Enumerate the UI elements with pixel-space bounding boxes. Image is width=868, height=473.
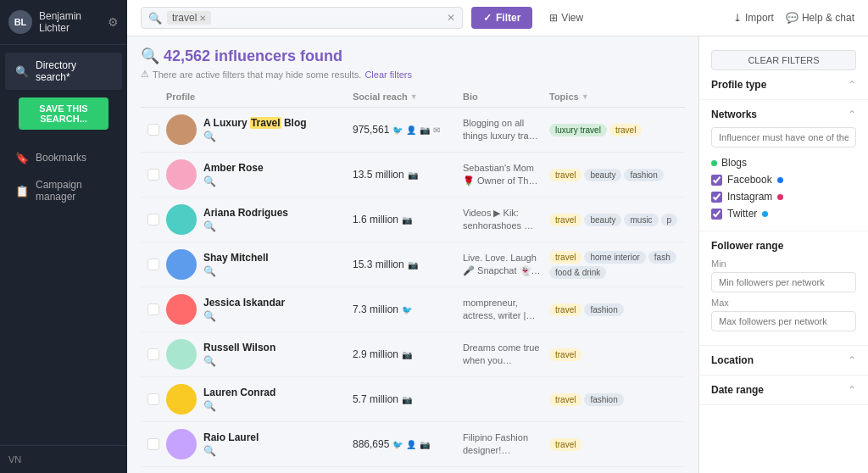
topic-tag: music [624, 214, 658, 226]
clear-filters-button[interactable]: CLEAR FILTERS [711, 50, 856, 70]
instagram-checkbox[interactable] [711, 192, 722, 203]
sidebar-item-directory[interactable]: 🔍 Directory search* [5, 53, 122, 90]
profile-search-icon[interactable]: 🔍 [203, 355, 216, 367]
date-range-header[interactable]: Date range ⌃ [711, 384, 856, 396]
topic-tag: travel [549, 251, 581, 264]
profile-search-icon[interactable]: 🔍 [203, 220, 216, 232]
profile-cell: Amber Rose 🔍 [166, 159, 353, 190]
bio-cell: Dreams come true when you capitalize on … [463, 342, 549, 368]
view-button[interactable]: ⊞ View [541, 7, 592, 29]
row-checkbox[interactable] [147, 438, 159, 450]
follower-range-header[interactable]: Follower range [711, 240, 856, 252]
filter-button[interactable]: ✓ Filter [471, 7, 532, 29]
profile-name: Shay Mitchell [203, 252, 269, 264]
row-checkbox-cell [141, 124, 166, 136]
results-number: 42,562 [164, 47, 210, 64]
instagram-icon: 📷 [402, 350, 412, 359]
profile-cell: Lauren Conrad 🔍 [166, 384, 353, 415]
facebook-icon: 👤 [406, 440, 416, 449]
twitter-icon: 🐦 [402, 305, 412, 314]
twitter-dot [762, 211, 768, 217]
topic-tag: travel [549, 438, 581, 451]
profile-search-icon[interactable]: 🔍 [203, 265, 216, 277]
topic-tag: fashion [584, 393, 623, 406]
instagram-icon: 📷 [402, 395, 412, 404]
sidebar-header: BL Benjamin Lichter ⚙ [0, 0, 127, 45]
row-checkbox[interactable] [147, 348, 159, 360]
instagram-label: Instagram [727, 191, 772, 203]
bio-cell: Blogging on all things luxury travel at … [463, 117, 549, 143]
profile-action-icons: 🔍 [203, 265, 269, 277]
table-row: Jessica Iskandar 🔍 7.3 million 🐦 mompren… [141, 287, 685, 332]
import-icon: ⤓ [733, 12, 742, 24]
reach-cell: 13.5 million 📷 [353, 169, 463, 181]
facebook-network-item: Facebook [711, 171, 856, 188]
sidebar-item-campaign[interactable]: 📋 Campaign manager [5, 172, 122, 209]
network-search-input[interactable] [711, 127, 856, 147]
reach-value: 1.6 million [353, 214, 398, 225]
facebook-checkbox[interactable] [711, 175, 722, 186]
row-checkbox[interactable] [147, 259, 159, 270]
topics-cell: travel [549, 438, 685, 451]
help-icon: 💬 [786, 12, 798, 24]
reach-cell: 2.9 million 📷 [353, 348, 463, 360]
profile-search-icon[interactable]: 🔍 [203, 310, 216, 322]
profile-avatar [166, 114, 197, 145]
table-row: Ariana Rodrigues 🔍 1.6 million 📷 Videos … [141, 198, 685, 242]
follower-range-title: Follower range [711, 240, 783, 252]
col-reach: Social reach ▼ [353, 92, 463, 102]
row-checkbox[interactable] [147, 303, 159, 315]
facebook-label: Facebook [727, 174, 772, 186]
search-input[interactable] [216, 12, 442, 24]
import-link[interactable]: ⤓ Import [733, 12, 774, 24]
help-link[interactable]: 💬 Help & chat [786, 12, 854, 24]
table-row: Lauren Conrad 🔍 5.7 million 📷 travelfash… [141, 377, 685, 422]
profile-cell: Shay Mitchell 🔍 [166, 249, 353, 280]
results-warning: ⚠ There are active filters that may hide… [141, 69, 685, 80]
search-bar[interactable]: 🔍 travel ✕ ✕ [141, 7, 463, 29]
max-followers-input[interactable] [711, 311, 856, 331]
profile-search-icon[interactable]: 🔍 [203, 400, 216, 412]
save-search-button[interactable]: SAVE THIS SEARCH... [19, 97, 108, 130]
location-header[interactable]: Location ⌃ [711, 354, 856, 366]
search-icon: 🔍 [148, 12, 162, 25]
reach-value: 2.9 million [353, 348, 398, 360]
networks-header[interactable]: Networks ⌃ [711, 109, 856, 120]
results-count: 🔍 42,562 influencers found [141, 47, 685, 65]
reach-value: 5.7 million [353, 393, 398, 405]
gear-icon[interactable]: ⚙ [108, 15, 119, 29]
min-followers-input[interactable] [711, 272, 856, 292]
topics-cell: travelbeautyfashion [549, 169, 685, 181]
profile-search-icon[interactable]: 🔍 [203, 131, 216, 142]
instagram-dot [777, 194, 783, 200]
profile-search-icon[interactable]: 🔍 [203, 445, 216, 457]
follower-max-row: Max [711, 298, 856, 331]
row-checkbox[interactable] [147, 214, 159, 225]
topic-tag: travel [549, 393, 581, 406]
search-icon: 🔍 [15, 64, 29, 78]
instagram-icon: 📷 [402, 215, 412, 225]
instagram-icon: 📷 [408, 170, 418, 180]
search-tag-close[interactable]: ✕ [199, 14, 206, 23]
twitter-checkbox[interactable] [711, 209, 722, 220]
bio-cell: Live. Love. Laugh🎤 Snapchat 👻 officialsh… [463, 252, 549, 278]
row-checkbox-cell [141, 214, 166, 225]
search-clear-icon[interactable]: ✕ [447, 12, 455, 24]
view-icon: ⊞ [549, 12, 558, 24]
profile-search-icon[interactable]: 🔍 [203, 175, 216, 187]
row-checkbox[interactable] [147, 393, 159, 405]
row-checkbox-cell [141, 438, 166, 450]
network-list: Blogs Facebook Instagram Twitter [711, 154, 856, 222]
table-row: Amber Rose 🔍 13.5 million 📷 Sebastian's … [141, 153, 685, 198]
row-checkbox[interactable] [147, 169, 159, 181]
topbar: 🔍 travel ✕ ✕ ✓ Filter ⊞ View ⤓ Import 💬 … [127, 0, 868, 36]
row-checkbox[interactable] [147, 124, 159, 136]
sidebar-item-bookmarks[interactable]: 🔖 Bookmarks [5, 144, 122, 171]
warning-icon: ⚠ [141, 69, 149, 80]
clear-filters-link[interactable]: Clear filters [364, 70, 412, 80]
profile-type-header[interactable]: Profile type ⌃ [711, 79, 856, 91]
max-label: Max [711, 298, 856, 308]
profile-cell: Ariana Rodrigues 🔍 [166, 204, 353, 235]
topics-cell: travelfashion [549, 393, 685, 406]
profile-name: Jessica Iskandar [203, 297, 285, 309]
